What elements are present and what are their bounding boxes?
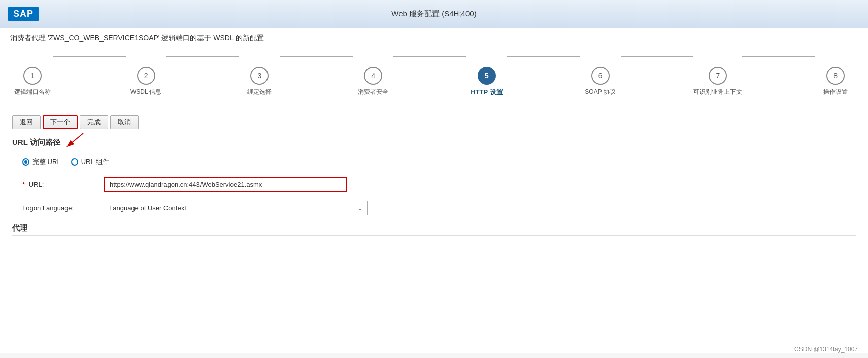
url-required-marker: * [22, 181, 25, 188]
connector-4-5 [393, 56, 466, 57]
step-5-circle: 5 [478, 67, 496, 85]
buttons-row: 返回 下一个 完成 取消 [12, 115, 856, 129]
step-7-label: 可识别业务上下文 [693, 88, 742, 96]
radio-url-components-btn[interactable] [71, 158, 78, 166]
back-button[interactable]: 返回 [12, 115, 41, 129]
radio-url-components[interactable]: URL 组件 [71, 157, 109, 167]
form-section: 完整 URL URL 组件 * URL: Logon Language: Lan… [12, 157, 856, 215]
arrow-annotation [60, 131, 91, 151]
step-7[interactable]: 7 可识别业务上下文 [693, 67, 742, 96]
step-6-label: SOAP 协议 [585, 88, 615, 96]
step-6-circle: 6 [591, 67, 610, 85]
cancel-button[interactable]: 取消 [110, 115, 139, 129]
connector-6-7 [621, 56, 694, 57]
step-3-circle: 3 [250, 67, 269, 85]
step-4-circle: 4 [364, 67, 382, 85]
subtitle-bar: 消费者代理 'ZWS_CO_WEB_SERVICE1SOAP' 逻辑端口的基于 … [0, 28, 868, 48]
step-6[interactable]: 6 SOAP 协议 [580, 67, 621, 96]
logon-language-select[interactable]: Language of User Context [104, 201, 368, 215]
connector-3-4 [280, 56, 353, 57]
header-title: Web 服务配置 (S4H;400) [391, 9, 476, 19]
radio-full-url-btn[interactable] [22, 158, 29, 166]
connector-1-2 [53, 56, 126, 57]
step-5[interactable]: 5 HTTP 设置 [466, 67, 507, 97]
app-header: SAP Web 服务配置 (S4H;400) [0, 0, 868, 28]
main-content: 1 逻辑端口名称 2 WSDL 信息 3 绑定选择 4 消费者安全 [0, 48, 868, 353]
step-8-label: 操作设置 [823, 88, 848, 96]
proxy-section-title: 代理 [12, 223, 856, 236]
logon-language-label: Logon Language: [22, 204, 104, 212]
step-4[interactable]: 4 消费者安全 [353, 67, 393, 96]
step-1-circle: 1 [23, 67, 42, 85]
connector-5-6 [507, 56, 580, 57]
next-button[interactable]: 下一个 [43, 115, 78, 129]
step-4-label: 消费者安全 [358, 88, 388, 96]
subtitle-text: 消费者代理 'ZWS_CO_WEB_SERVICE1SOAP' 逻辑端口的基于 … [10, 34, 264, 42]
radio-full-url-label: 完整 URL [32, 157, 61, 167]
step-5-label: HTTP 设置 [471, 88, 503, 97]
wizard-steps: 1 逻辑端口名称 2 WSDL 信息 3 绑定选择 4 消费者安全 [12, 58, 856, 101]
radio-url-components-label: URL 组件 [81, 157, 109, 167]
step-3[interactable]: 3 绑定选择 [239, 67, 280, 96]
url-section-title: URL 访问路径 [12, 138, 856, 147]
finish-button[interactable]: 完成 [80, 115, 108, 129]
step-2[interactable]: 2 WSDL 信息 [126, 67, 166, 96]
step-8[interactable]: 8 操作设置 [815, 67, 856, 96]
url-field-row: * URL: [22, 177, 856, 192]
logon-language-field-row: Logon Language: Language of User Context… [22, 201, 856, 215]
step-2-circle: 2 [137, 67, 155, 85]
step-1-label: 逻辑端口名称 [14, 88, 51, 96]
step-2-label: WSDL 信息 [130, 88, 162, 96]
url-type-radio-group: 完整 URL URL 组件 [22, 157, 856, 167]
connector-7-8 [742, 56, 815, 57]
url-field-label: * URL: [22, 181, 104, 188]
step-3-label: 绑定选择 [247, 88, 272, 96]
sap-logo: SAP [8, 7, 39, 21]
step-8-circle: 8 [826, 67, 845, 85]
step-7-circle: 7 [709, 67, 727, 85]
url-input[interactable] [104, 177, 347, 192]
step-1[interactable]: 1 逻辑端口名称 [12, 67, 53, 96]
footer-watermark: CSDN @1314lay_1007 [794, 346, 858, 353]
radio-full-url[interactable]: 完整 URL [22, 157, 61, 167]
connector-2-3 [166, 56, 240, 57]
svg-line-1 [68, 133, 83, 146]
logon-language-select-wrapper: Language of User Context ⌄ [104, 201, 368, 215]
